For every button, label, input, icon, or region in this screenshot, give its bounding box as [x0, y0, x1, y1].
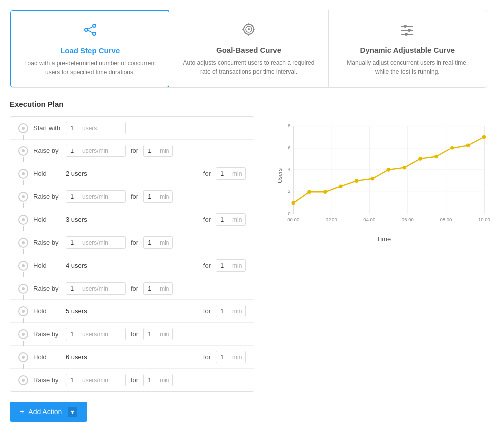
network-icon: [23, 21, 157, 42]
svg-point-50: [418, 157, 422, 161]
hold-for-field-1[interactable]: 1 min: [216, 167, 246, 180]
curve-card-dynamic-title: Dynamic Adjustable Curve: [340, 46, 475, 54]
table-row: Raise by 1 users/min for 1 min: [10, 231, 254, 254]
svg-text:02:00: 02:00: [326, 217, 337, 222]
execution-plan: Start with 1 users Raise by 1 users/min …: [10, 116, 254, 392]
action-label-raise: Raise by: [33, 239, 61, 246]
action-label-raise: Raise by: [33, 193, 61, 200]
action-label-raise: Raise by: [33, 147, 61, 154]
for-field-2[interactable]: 1 min: [143, 190, 173, 203]
svg-point-17: [405, 33, 408, 36]
hold-text-3: 4 users: [66, 262, 87, 269]
svg-point-1: [93, 24, 96, 27]
hold-for-field-4[interactable]: 1 min: [216, 305, 246, 317]
timeline-dot: [18, 375, 28, 385]
timeline-dot: [18, 284, 28, 294]
section-title: Execution Plan: [10, 100, 487, 108]
table-row: Hold 3 users for 1 min: [10, 208, 254, 231]
svg-text:00:00: 00:00: [287, 217, 299, 222]
for-field-5[interactable]: 1 min: [143, 328, 173, 340]
timeline-dot: [18, 169, 28, 179]
timeline-dot: [18, 261, 28, 271]
timeline-dot: [18, 306, 28, 316]
curve-card-goal-based-title: Goal-Based Curve: [181, 46, 316, 54]
svg-point-46: [355, 179, 359, 183]
svg-text:8: 8: [288, 123, 290, 128]
curve-card-load-step[interactable]: Load Step Curve Load with a pre-determin…: [10, 10, 170, 88]
hold-for-field-3[interactable]: 1 min: [216, 259, 246, 272]
raise-by-field-2[interactable]: 1 users/min: [66, 190, 126, 203]
svg-text:6: 6: [288, 145, 290, 150]
table-row: Raise by 1 users/min for 1 min: [10, 369, 254, 391]
timeline-dot: [18, 352, 28, 362]
raise-by-field-1[interactable]: 1 users/min: [66, 145, 126, 157]
raise-by-field-5[interactable]: 1 users/min: [66, 328, 126, 340]
for-field-4[interactable]: 1 min: [143, 282, 173, 295]
add-action-label: Add Action: [28, 408, 62, 416]
table-row: Hold 5 users for 1 min: [10, 300, 254, 323]
chart-x-label: Time: [269, 235, 497, 243]
table-row: Hold 6 users for 1 min: [10, 346, 254, 369]
svg-point-7: [248, 28, 250, 30]
table-row: Hold 4 users for 1 min: [10, 254, 254, 277]
dropdown-arrow-icon[interactable]: ▾: [68, 407, 77, 417]
svg-text:4: 4: [288, 166, 291, 172]
svg-point-42: [291, 201, 295, 205]
svg-text:Users: Users: [277, 168, 283, 183]
hold-for-field-2[interactable]: 1 min: [216, 213, 246, 226]
svg-point-48: [387, 168, 391, 172]
action-label-hold: Hold: [33, 216, 61, 223]
raise-by-field-6[interactable]: 1 users/min: [66, 374, 126, 386]
table-row: Raise by 1 users/min for 1 min: [10, 277, 254, 300]
hold-text-1: 2 users: [66, 170, 87, 177]
curve-card-goal-based[interactable]: Goal-Based Curve Auto adjusts concurrent…: [169, 10, 328, 87]
timeline-dot: [18, 238, 28, 248]
table-row: Raise by 1 users/min for 1 min: [10, 323, 254, 346]
for-field-3[interactable]: 1 min: [143, 236, 173, 249]
svg-point-52: [450, 146, 454, 150]
svg-text:08:00: 08:00: [440, 217, 452, 222]
main-content: Start with 1 users Raise by 1 users/min …: [10, 116, 487, 392]
timeline-dot: [18, 192, 28, 202]
action-label-raise: Raise by: [33, 330, 61, 338]
timeline-dot: [18, 329, 28, 339]
svg-text:0: 0: [288, 211, 290, 216]
table-row: Start with 1 users: [10, 117, 254, 140]
svg-point-14: [404, 25, 407, 28]
action-label-raise: Raise by: [33, 376, 61, 384]
hold-text-4: 5 users: [66, 307, 87, 315]
raise-by-field-3[interactable]: 1 users/min: [66, 236, 126, 249]
svg-point-45: [339, 184, 343, 188]
hold-for-field-5[interactable]: 1 min: [216, 351, 246, 363]
svg-point-15: [408, 29, 411, 32]
action-label-hold: Hold: [33, 170, 61, 177]
plus-icon: +: [20, 407, 24, 416]
svg-point-43: [307, 190, 311, 194]
target-icon: [181, 20, 316, 42]
raise-by-field-4[interactable]: 1 users/min: [66, 282, 126, 295]
svg-point-47: [371, 177, 375, 181]
svg-text:06:00: 06:00: [402, 217, 414, 222]
svg-line-3: [88, 27, 93, 29]
for-field-1[interactable]: 1 min: [143, 145, 173, 157]
sliders-icon: [340, 20, 475, 42]
timeline-dot: [18, 123, 28, 133]
curve-selector: Load Step Curve Load with a pre-determin…: [10, 10, 487, 88]
action-label-raise: Raise by: [33, 285, 61, 292]
add-action-button[interactable]: + Add Action ▾: [10, 402, 87, 422]
svg-text:10:00: 10:00: [478, 217, 490, 222]
svg-point-49: [402, 166, 406, 170]
hold-text-2: 3 users: [66, 216, 87, 223]
action-label-start: Start with: [33, 124, 61, 132]
table-row: Raise by 1 users/min for 1 min: [10, 140, 254, 162]
svg-point-44: [323, 190, 327, 194]
svg-text:2: 2: [288, 188, 290, 194]
page-wrapper: Load Step Curve Load with a pre-determin…: [0, 0, 497, 448]
start-with-field[interactable]: 1 users: [66, 122, 126, 134]
chart-svg: Users 8 6 4 2: [269, 121, 497, 231]
svg-point-54: [482, 135, 486, 139]
hold-text-5: 6 users: [66, 353, 87, 361]
curve-card-dynamic[interactable]: Dynamic Adjustable Curve Manually adjust…: [329, 10, 487, 87]
for-field-6[interactable]: 1 min: [143, 374, 173, 386]
svg-point-51: [434, 155, 438, 159]
